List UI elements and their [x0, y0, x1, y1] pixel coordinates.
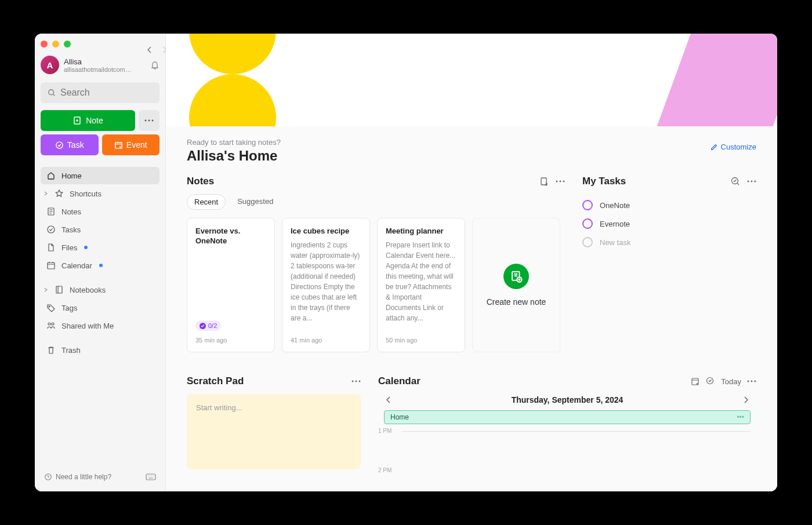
tab-recent[interactable]: Recent	[187, 194, 226, 210]
svg-rect-16	[541, 178, 546, 185]
back-icon[interactable]	[145, 45, 154, 54]
task-checkbox[interactable]	[582, 218, 593, 229]
nav-list: Home Shortcuts Notes Tasks Files	[41, 167, 160, 359]
note-card[interactable]: Meeting planner Prepare Insert link to C…	[377, 218, 465, 352]
task-checkbox[interactable]	[582, 200, 593, 210]
close-window[interactable]	[41, 41, 48, 48]
chevron-right-icon	[43, 191, 49, 196]
cal-prev-icon[interactable]	[384, 395, 393, 404]
sidebar: A Allisa allisaathotmaildotcom@g... Sear…	[35, 34, 166, 491]
new-task-item[interactable]: New task	[582, 237, 756, 247]
task-badge: 0/2	[195, 320, 221, 331]
nav-trash[interactable]: Trash	[41, 341, 160, 359]
pencil-icon	[710, 143, 718, 151]
note-card-body: Ingredients 2 cups water (approximate-ly…	[291, 240, 361, 331]
cal-add-event-icon[interactable]	[691, 377, 700, 386]
new-note-button[interactable]: Note	[41, 110, 135, 131]
nav-tasks[interactable]: Tasks	[41, 221, 160, 238]
app-window: A Allisa allisaathotmaildotcom@g... Sear…	[35, 34, 777, 491]
cal-time-label: 1 PM	[378, 428, 392, 434]
note-card-time: 50 min ago	[386, 337, 456, 344]
svg-rect-9	[48, 262, 55, 269]
svg-point-0	[49, 90, 54, 95]
bell-icon[interactable]	[150, 60, 160, 70]
svg-point-32	[748, 381, 749, 382]
svg-point-28	[356, 381, 357, 382]
svg-point-18	[560, 181, 561, 183]
more-icon[interactable]	[556, 180, 565, 183]
help-link[interactable]: Need a little help?	[44, 473, 111, 481]
svg-point-24	[748, 181, 749, 183]
today-button[interactable]: Today	[721, 377, 741, 386]
svg-point-5	[56, 141, 63, 148]
svg-point-29	[359, 381, 361, 382]
note-card-time: 35 min ago	[195, 337, 266, 344]
keyboard-icon[interactable]	[146, 473, 156, 481]
more-icon[interactable]	[747, 180, 756, 183]
svg-point-8	[48, 226, 55, 233]
note-card-title: Evernote vs. OneNote	[195, 227, 266, 246]
note-card-body	[195, 250, 266, 320]
maximize-window[interactable]	[64, 41, 71, 48]
task-item[interactable]: Evernote	[582, 218, 756, 229]
svg-point-25	[751, 181, 753, 183]
new-more-button[interactable]	[139, 110, 160, 131]
window-controls	[41, 41, 160, 48]
svg-point-14	[45, 474, 52, 480]
new-event-button[interactable]: Event	[102, 134, 160, 155]
profile-name: Allisa	[64, 57, 146, 66]
more-icon	[144, 119, 154, 122]
nav-shared[interactable]: Shared with Me	[41, 317, 160, 334]
more-icon[interactable]	[747, 380, 756, 382]
nav-notes[interactable]: Notes	[41, 203, 160, 220]
note-action-icon[interactable]	[539, 177, 549, 186]
cal-time-label: 2 PM	[378, 467, 392, 473]
nav-shortcuts[interactable]: Shortcuts	[41, 185, 160, 202]
profile-email: allisaathotmaildotcom@g...	[64, 66, 133, 73]
svg-point-11	[49, 306, 50, 307]
svg-rect-10	[56, 286, 62, 293]
search-icon	[48, 89, 56, 97]
create-note-card[interactable]: Create new note	[472, 218, 560, 352]
note-card-time: 41 min ago	[291, 337, 361, 344]
minimize-window[interactable]	[52, 41, 59, 48]
task-item[interactable]: OneNote	[582, 200, 756, 210]
calendar-event[interactable]: Home •••	[384, 410, 751, 424]
cal-add-task-icon[interactable]	[706, 377, 715, 386]
main-content: Ready to start taking notes? Allisa's Ho…	[166, 34, 777, 491]
svg-rect-6	[115, 142, 122, 148]
svg-point-27	[352, 381, 354, 382]
create-note-label: Create new note	[487, 297, 546, 307]
customize-button[interactable]: Customize	[710, 143, 756, 151]
svg-point-34	[755, 381, 756, 382]
notebook-icon	[55, 285, 64, 294]
star-icon	[55, 189, 64, 198]
scratch-pad[interactable]: Start writing...	[187, 394, 361, 469]
nav-files[interactable]: Files	[41, 239, 160, 256]
task-checkbox[interactable]	[582, 237, 593, 247]
event-more-icon[interactable]: •••	[737, 413, 744, 421]
trash-icon	[46, 345, 56, 355]
more-icon[interactable]	[351, 380, 361, 382]
tag-icon	[46, 303, 56, 312]
task-icon	[55, 141, 64, 150]
home-icon	[46, 171, 56, 180]
nav-calendar[interactable]: Calendar	[41, 257, 160, 274]
shared-icon	[46, 321, 56, 330]
user-profile[interactable]: A Allisa allisaathotmaildotcom@g...	[41, 56, 160, 74]
search-input[interactable]: Search	[41, 82, 160, 103]
blue-dot-icon	[99, 264, 103, 267]
check-badge-icon	[200, 323, 206, 329]
calendar-icon	[46, 261, 56, 270]
nav-tags[interactable]: Tags	[41, 299, 160, 316]
cal-next-icon[interactable]	[741, 395, 751, 404]
nav-notebooks[interactable]: Notebooks	[41, 281, 160, 298]
nav-home[interactable]: Home	[41, 167, 160, 184]
create-note-icon	[503, 264, 529, 289]
tab-suggested[interactable]: Suggested	[230, 194, 280, 210]
new-task-button[interactable]: Task	[41, 134, 99, 155]
note-card[interactable]: Evernote vs. OneNote 0/2 35 min ago	[187, 218, 275, 352]
task-label: New task	[600, 238, 630, 247]
add-task-icon[interactable]	[731, 177, 740, 186]
note-card[interactable]: Ice cubes recipe Ingredients 2 cups wate…	[282, 218, 370, 352]
